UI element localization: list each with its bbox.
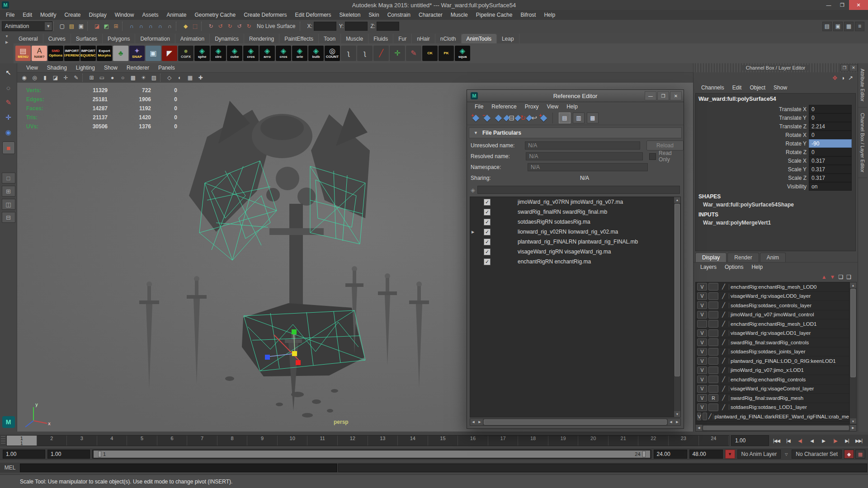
range-slider-track[interactable]: 1 24 (92, 450, 651, 459)
panel-toolbar-icon[interactable]: ◉ (20, 74, 28, 82)
status-icon[interactable]: ◩ (102, 22, 111, 31)
layer-wireframe-color-icon[interactable]: ╱ (720, 394, 727, 401)
shelf-button[interactable]: ◈ cube (227, 46, 242, 61)
range-slider-icon[interactable]: ◆ (844, 450, 854, 459)
close-button[interactable]: ✕ (849, 0, 868, 10)
range-end-handle[interactable] (642, 451, 646, 457)
shelf-button[interactable]: ✎ (406, 46, 421, 61)
unresolved-name-field[interactable]: N/A (525, 141, 640, 150)
reference-filter-input[interactable] (477, 186, 680, 194)
menu-item[interactable]: Modify (36, 12, 60, 18)
layer-menu-item[interactable]: Layers (696, 264, 721, 270)
layer-display-type-toggle[interactable] (703, 413, 707, 420)
layer-wireframe-color-icon[interactable]: ╱ (720, 404, 727, 411)
channel-row[interactable]: Translate Y 0 (696, 113, 855, 122)
playback-button[interactable]: |▶ (830, 436, 841, 445)
time-slider-track[interactable]: 1 1 2 3 4 5 (6, 435, 729, 446)
status-icon[interactable]: ↻ (245, 22, 253, 31)
layer-editor-tab[interactable]: Render (727, 253, 759, 262)
layer-toolbar-icon[interactable]: ▼ (830, 274, 835, 280)
frame-cell[interactable]: 4 (97, 436, 127, 446)
status-icon[interactable]: ⊞ (112, 22, 120, 31)
status-icon[interactable]: ◪ (93, 22, 101, 31)
shelf-button[interactable]: ╱ (373, 46, 389, 61)
layout-button[interactable]: ⊞ (2, 186, 15, 197)
layer-wireframe-color-icon[interactable]: ╱ (720, 311, 727, 318)
playback-button[interactable]: ▶ (818, 436, 829, 445)
layer-visibility-toggle[interactable]: V (697, 311, 707, 319)
layer-wireframe-color-icon[interactable]: ╱ (720, 302, 727, 309)
ref-menu-item[interactable]: Help (562, 103, 582, 110)
panel-menu-item[interactable]: Lighting (71, 65, 99, 71)
reference-list-item[interactable]: ✓ visageWard_rigRN visageWard_rig.ma (470, 247, 680, 257)
shelf-button[interactable]: ◈ sphe (194, 46, 210, 61)
layer-wireframe-color-icon[interactable]: ╱ (720, 348, 727, 355)
float-panel-icon[interactable]: ❐ (840, 64, 849, 71)
layer-row[interactable]: V ╱ plantward_rig_FINAL:darkREEF_Ward_ri… (696, 412, 849, 422)
frame-cell[interactable]: 10 (278, 436, 308, 446)
panel-toolbar-icon[interactable]: ✚ (196, 74, 205, 82)
panel-toolbar-icon[interactable]: ☀ (139, 74, 148, 82)
scroll-right-icon[interactable]: ▶ (850, 425, 856, 431)
resolved-name-field[interactable]: N/A (526, 152, 643, 160)
ref-menu-item[interactable]: File (471, 103, 487, 110)
layer-visibility-toggle[interactable]: V (697, 366, 707, 374)
animation-end-field[interactable]: 48.00 (689, 450, 723, 459)
scroll-up-icon[interactable]: ▲ (674, 197, 680, 203)
layer-row[interactable]: V ╱ visageWard_rig:visageLOD0_layer (696, 292, 849, 301)
layer-display-type-toggle[interactable] (708, 320, 718, 328)
layer-row[interactable]: V ╱ enchantRig:enchantRig_controls (696, 375, 849, 385)
namespace-field[interactable]: N/A (528, 163, 648, 171)
frame-cell[interactable]: 20 (578, 436, 609, 446)
layer-row[interactable]: V ╱ visageWard_rig:visageLOD1_layer (696, 329, 849, 338)
layout-button[interactable]: ◫ (2, 199, 15, 210)
ref-minimize-button[interactable]: — (645, 91, 656, 100)
shelf-button[interactable]: SMD Options (48, 46, 63, 61)
frame-cell[interactable]: 5 (127, 436, 157, 446)
layer-menu-item[interactable]: Options (721, 264, 747, 270)
channel-row[interactable]: Rotate Z 0 (696, 148, 855, 156)
shelf-tab[interactable]: General (14, 34, 43, 43)
layout-button[interactable]: □ (2, 173, 15, 183)
layer-display-type-toggle[interactable] (708, 348, 718, 356)
layer-display-type-toggle[interactable] (708, 292, 718, 300)
reference-loaded-checkbox[interactable]: ✓ (484, 258, 491, 265)
panel-menu-item[interactable]: Panels (154, 65, 179, 71)
reference-list-item[interactable]: ✓ plantward_rig_FINALRN plantward_rig_FI… (470, 237, 680, 247)
playback-start-field[interactable]: 1.00 (47, 450, 90, 459)
frame-cell[interactable]: 2 (37, 436, 67, 446)
channel-value-field[interactable]: 0.317 (809, 174, 852, 182)
panel-toolbar-icon[interactable]: ◇ (165, 74, 174, 82)
layer-wireframe-color-icon[interactable]: ╱ (720, 376, 727, 383)
shelf-button[interactable]: ▤ MENU (15, 46, 31, 61)
layer-wireframe-color-icon[interactable]: ╱ (720, 367, 727, 374)
layer-display-type-toggle[interactable] (708, 338, 718, 346)
channel-value-field[interactable]: on (809, 182, 852, 191)
reference-loaded-checkbox[interactable]: ✓ (484, 229, 491, 235)
menu-item[interactable]: Skin (364, 12, 383, 18)
chevron-down-icon[interactable]: ▽ (783, 450, 789, 458)
reference-loaded-checkbox[interactable]: ✓ (484, 239, 491, 245)
current-time-field[interactable]: 1.00 (731, 435, 769, 446)
sidebar-toggle-icon[interactable]: ≡ (855, 22, 864, 31)
panel-toolbar-icon[interactable]: ◐ (175, 74, 184, 82)
command-language-label[interactable]: MEL (0, 465, 20, 471)
frame-cell[interactable]: 13 (368, 436, 398, 446)
character-set-selector[interactable]: No Character Set (792, 450, 842, 459)
menu-item[interactable]: Muscle (447, 12, 472, 18)
status-icon[interactable]: ∩ (165, 22, 174, 31)
auto-keyframe-toggle[interactable]: ▼ (725, 450, 735, 459)
shelf-button[interactable]: ◈ cros (243, 46, 259, 61)
shelf-tab[interactable]: Dynamics (210, 34, 244, 43)
ref-toolbar-icon[interactable]: ↻ (516, 113, 526, 123)
shelf-button[interactable]: IMPORT SEQUENCE (80, 46, 96, 61)
channel-box-menu-item[interactable]: Channels (697, 84, 728, 91)
panel-toolbar-icon[interactable]: ✛ (61, 74, 70, 82)
side-panel-tab[interactable]: Channel Box / Layer Editor (858, 108, 867, 178)
channel-value-field[interactable]: 0.317 (809, 165, 852, 174)
panel-toolbar-icon[interactable]: ▩ (129, 74, 137, 82)
menu-item[interactable]: Window (111, 12, 138, 18)
shelf-tab[interactable]: Surfaces (71, 34, 103, 43)
scrollbar-thumb[interactable] (484, 419, 667, 425)
layer-visibility-toggle[interactable]: V (697, 357, 707, 365)
